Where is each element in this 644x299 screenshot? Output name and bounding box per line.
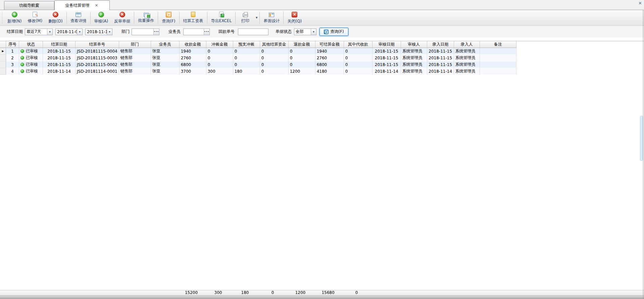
row-indicator[interactable] — [0, 55, 6, 61]
column-header-dept[interactable]: 部门 — [119, 41, 151, 48]
cell-salesman[interactable]: 张亚 — [151, 61, 180, 68]
cell-status[interactable]: 已审核 — [19, 68, 43, 75]
cell-salesman[interactable]: 张亚 — [151, 55, 180, 61]
cell-advance_offset[interactable]: 0 — [233, 61, 260, 68]
cell-amt_offset[interactable]: 0 — [206, 61, 233, 68]
column-header-auditor[interactable]: 审核人 — [401, 41, 427, 48]
cell-agency_collect[interactable]: 0 — [344, 68, 373, 75]
cell-remark[interactable] — [480, 61, 516, 68]
column-header-settleable[interactable]: 可结算金额 — [315, 41, 344, 48]
cell-seq[interactable]: 3 — [6, 61, 19, 68]
query-toolbar-button[interactable]: 查询(F) — [159, 11, 178, 25]
cell-dept[interactable]: 销售部 — [119, 61, 151, 68]
chevron-down-icon[interactable]: ▼ — [311, 29, 316, 35]
cell-other_funds[interactable]: 0 — [260, 68, 289, 75]
cell-entry_date[interactable]: 2018-11-15 — [427, 55, 454, 61]
cell-settleable[interactable]: 4180 — [315, 68, 344, 75]
salesman-lookup-icon[interactable]: ··· — [204, 29, 209, 35]
cell-doc_no[interactable]: JSD-20181115-0004 — [76, 48, 119, 55]
modify-button[interactable]: 修改(M) — [24, 11, 45, 25]
cell-refund[interactable]: 0 — [289, 55, 315, 61]
cell-seq[interactable]: 1 — [6, 48, 19, 55]
cell-amt_recv[interactable]: 2760 — [180, 55, 206, 61]
cell-status[interactable]: 已审核 — [19, 61, 43, 68]
settlement-payroll-button[interactable]: 结算工资表 — [180, 11, 206, 25]
table-row[interactable]: 3已审核2018-11-15JSD-20181115-0002销售部张亚6800… — [0, 61, 516, 68]
cell-seq[interactable]: 2 — [6, 55, 19, 61]
cell-remark[interactable] — [480, 68, 516, 75]
cell-entry_by[interactable]: 系统管理员 — [454, 48, 480, 55]
row-indicator[interactable] — [0, 68, 6, 75]
cell-auditor[interactable]: 系统管理员 — [401, 68, 427, 75]
cell-salesman[interactable]: 张亚 — [151, 48, 180, 55]
cell-agency_collect[interactable]: 0 — [344, 61, 373, 68]
cell-advance_offset[interactable]: 0 — [233, 48, 260, 55]
add-button[interactable]: + 新增(N) — [4, 11, 24, 25]
cell-amt_offset[interactable]: 300 — [206, 68, 233, 75]
column-header-entry_by[interactable]: 录入人 — [454, 41, 480, 48]
column-header-entry_date[interactable]: 录入日期 — [427, 41, 454, 48]
column-header-agency_collect[interactable]: 其中代收款 — [344, 41, 373, 48]
ui-design-button[interactable]: 界面设计 — [260, 11, 283, 25]
column-header-doc_no[interactable]: 结算单号 — [76, 41, 119, 48]
print-button[interactable]: 打印 — [236, 11, 254, 25]
cell-doc_no[interactable]: JSD-20181115-0002 — [76, 61, 119, 68]
column-header-status[interactable]: 状态 — [19, 41, 43, 48]
column-header-remark[interactable]: 备注 — [480, 41, 516, 48]
date-from-picker[interactable]: 2018-11-08 ▼ — [55, 28, 83, 35]
column-header-amt_offset[interactable]: 冲账金额 — [206, 41, 233, 48]
cell-amt_recv[interactable]: 6800 — [180, 61, 206, 68]
chevron-down-icon[interactable]: ▼ — [77, 29, 82, 35]
tab-close-icon[interactable]: × — [94, 3, 99, 7]
column-header-advance_offset[interactable]: 预支冲账 — [233, 41, 260, 48]
cell-amt_recv[interactable]: 1940 — [180, 48, 206, 55]
cell-status[interactable]: 已审核 — [19, 55, 43, 61]
cell-audit_date[interactable]: 2018-11-15 — [373, 61, 401, 68]
cell-doc_no[interactable]: JSD-20181114-0001 — [76, 68, 119, 75]
column-header-audit_date[interactable]: 审核日期 — [373, 41, 401, 48]
cell-audit_date[interactable]: 2018-11-15 — [373, 48, 401, 55]
date-range-combo[interactable]: 最近7天 ▼ — [25, 28, 53, 35]
cell-amt_offset[interactable]: 0 — [206, 48, 233, 55]
cell-settle_date[interactable]: 2018-11-15 — [43, 55, 76, 61]
cell-refund[interactable]: 1200 — [289, 68, 315, 75]
cell-settleable[interactable]: 2760 — [315, 55, 344, 61]
cell-status[interactable]: 已审核 — [19, 48, 43, 55]
cell-entry_by[interactable]: 系统管理员 — [454, 55, 480, 61]
column-header-seq[interactable]: 序号 — [6, 41, 19, 48]
cell-entry_date[interactable]: 2018-11-14 — [427, 68, 454, 75]
close-button[interactable]: × 关闭(Q) — [284, 11, 305, 25]
cell-remark[interactable] — [480, 55, 516, 61]
row-indicator[interactable]: ▶ — [0, 48, 6, 55]
doc-status-combo[interactable]: 全部 ▼ — [294, 28, 316, 35]
vertical-scrollbar-thumb[interactable] — [640, 116, 643, 161]
cell-amt_offset[interactable]: 0 — [206, 55, 233, 61]
cell-settleable[interactable]: 6800 — [315, 61, 344, 68]
print-dropdown-arrow-icon[interactable]: ▼ — [254, 16, 259, 19]
chevron-down-icon[interactable]: ▼ — [107, 29, 112, 35]
cell-settle_date[interactable]: 2018-11-15 — [43, 61, 76, 68]
cell-refund[interactable]: 0 — [289, 48, 315, 55]
cell-settleable[interactable]: 1940 — [315, 48, 344, 55]
cell-dept[interactable]: 销售部 — [119, 48, 151, 55]
cell-other_funds[interactable]: 0 — [260, 61, 289, 68]
table-row[interactable]: 2已审核2018-11-15JSD-20181115-0003销售部张亚2760… — [0, 55, 516, 61]
tab-function-navigator[interactable]: 功能导航窗 — [4, 1, 54, 10]
delete-button[interactable]: × 删除(D) — [45, 11, 66, 25]
cell-entry_date[interactable]: 2018-11-15 — [427, 61, 454, 68]
dept-input[interactable] — [132, 29, 153, 35]
column-header-refund[interactable]: 退款金额 — [289, 41, 315, 48]
tab-business-settlement[interactable]: 业务结算管理 × — [54, 0, 110, 10]
column-header-other_funds[interactable]: 其他结算资金 — [260, 41, 289, 48]
row-indicator[interactable] — [0, 61, 6, 68]
cell-agency_collect[interactable]: 0 — [344, 48, 373, 55]
salesman-input[interactable] — [184, 29, 204, 35]
cell-audit_date[interactable]: 2018-11-15 — [373, 55, 401, 61]
dept-lookup-icon[interactable]: ··· — [153, 29, 159, 35]
cell-agency_collect[interactable]: 0 — [344, 55, 373, 61]
query-button[interactable]: 查询(F) — [319, 28, 348, 36]
cell-remark[interactable] — [480, 48, 516, 55]
table-row[interactable]: ▶1已审核2018-11-15JSD-20181115-0004销售部张亚194… — [0, 48, 516, 55]
cell-dept[interactable]: 销售部 — [119, 68, 151, 75]
table-row[interactable]: 4已审核2018-11-14JSD-20181114-0001销售部张亚3700… — [0, 68, 516, 75]
